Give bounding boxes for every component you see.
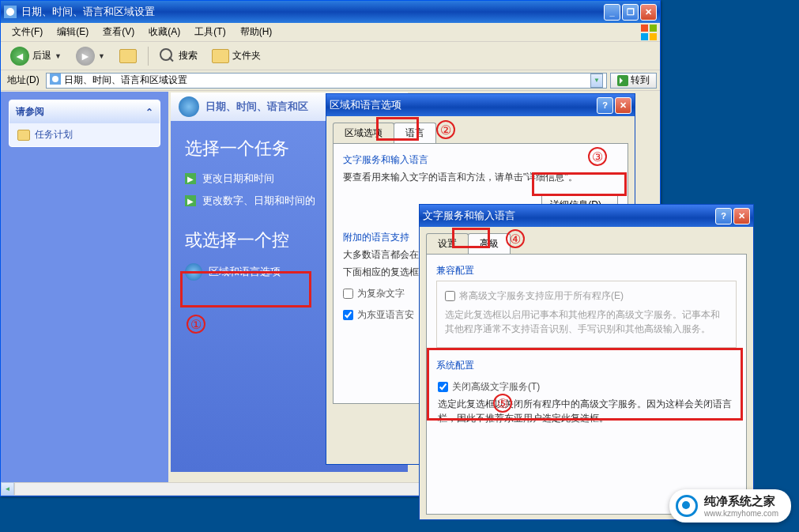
- clipboard-icon: [17, 130, 30, 141]
- dlg2-close-button[interactable]: ✕: [733, 208, 750, 224]
- svg-point-7: [52, 76, 58, 82]
- dlg2-cb-compat[interactable]: 将高级文字服务支持应用于所有程序(E): [445, 289, 728, 303]
- search-label: 搜索: [179, 49, 198, 62]
- annotation-num-4: ④: [506, 229, 525, 248]
- svg-rect-4: [641, 33, 648, 40]
- maximize-button[interactable]: ❐: [622, 4, 639, 21]
- close-button[interactable]: ✕: [640, 4, 657, 21]
- menu-help[interactable]: 帮助(H): [234, 23, 279, 41]
- collapse-icon[interactable]: ⌃: [145, 107, 153, 118]
- forward-arrow-icon: ►: [76, 47, 95, 66]
- address-field[interactable]: 日期、时间、语言和区域设置 ▼: [46, 73, 607, 89]
- menu-edit[interactable]: 编辑(E): [51, 23, 95, 41]
- up-button[interactable]: [115, 46, 141, 66]
- checkbox[interactable]: [343, 310, 353, 320]
- sidebar-box-see-also: 请参阅 ⌃ 任务计划: [9, 100, 160, 147]
- menu-file[interactable]: 文件(F): [6, 23, 49, 41]
- dlg1-section1-text: 要查看用来输入文字的语言和方法，请单击"详细信息"。: [343, 170, 618, 184]
- annotation-num-5: ⑤: [493, 394, 512, 413]
- dlg1-help-button[interactable]: ?: [597, 97, 613, 114]
- minimize-button[interactable]: _: [604, 4, 620, 21]
- search-button[interactable]: 搜索: [155, 45, 202, 67]
- globe-icon: [179, 96, 199, 117]
- folders-button[interactable]: 文件夹: [207, 46, 266, 66]
- menu-view[interactable]: 查看(V): [96, 23, 141, 41]
- dlg2-titlebar: 文字服务和输入语言 ? ✕: [420, 205, 753, 227]
- dlg2-body: 兼容配置 将高级文字服务支持应用于所有程序(E) 选定此复选框以启用记事本和其他…: [426, 254, 747, 515]
- dlg2-title: 文字服务和输入语言: [423, 209, 715, 223]
- dlg2-tab-advanced[interactable]: 高級: [468, 233, 511, 254]
- address-dropdown-button[interactable]: ▼: [590, 74, 603, 88]
- arrow-icon: ▶: [185, 173, 196, 184]
- dlg1-titlebar: 区域和语言选项 ? ✕: [326, 94, 635, 116]
- dlg1-title: 区域和语言选项: [330, 98, 597, 112]
- back-button[interactable]: ◄ 后退 ▼: [6, 43, 66, 69]
- dlg2-section2-title: 系统配置: [436, 359, 737, 372]
- cb-label: 为东亚语言安: [357, 308, 414, 322]
- cb-label: 为复杂文字: [357, 287, 405, 300]
- address-label: 地址(D): [4, 74, 43, 87]
- back-label: 后退: [32, 49, 51, 62]
- checkbox[interactable]: [445, 291, 455, 301]
- dlg2-turnoff-text: 选定此复选框以关闭所有程序中的高级文字服务。因为这样会关闭语言栏，因此不推荐东亚…: [438, 397, 735, 425]
- dlg2-tab-settings[interactable]: 设置: [426, 233, 469, 254]
- dlg2-compat-text: 选定此复选框以启用记事本和其他程序的高级文字服务。记事本和其他程序通常不支持语音…: [445, 308, 728, 336]
- dlg1-close-button[interactable]: ✕: [615, 97, 631, 114]
- arrow-icon: ▶: [185, 195, 196, 206]
- cpl-label: 区域和语言选项: [209, 265, 281, 279]
- chevron-down-icon: ▼: [55, 52, 62, 60]
- task-link-label: 更改数字、日期和时间的: [202, 194, 315, 208]
- dlg2-section1-title: 兼容配置: [436, 264, 737, 277]
- annotation-num-3: ③: [588, 147, 607, 166]
- cb-label: 关闭高级文字服务(T): [452, 380, 540, 394]
- windows-flag-icon: [641, 25, 657, 40]
- folders-label: 文件夹: [232, 49, 261, 62]
- dlg1-tab-language[interactable]: 语言: [394, 123, 436, 143]
- annotation-num-1: ①: [187, 315, 205, 334]
- menu-tools[interactable]: 工具(T): [188, 23, 232, 41]
- address-icon: [50, 74, 61, 87]
- watermark: 纯净系统之家 www.kzmyhome.com: [669, 489, 791, 523]
- category-header-text: 日期、时间、语言和区: [205, 100, 308, 114]
- svg-rect-3: [650, 25, 657, 32]
- watermark-title: 纯净系统之家: [704, 494, 778, 509]
- watermark-logo-icon: [676, 495, 698, 517]
- sidebar: 请参阅 ⌃ 任务计划: [1, 92, 168, 496]
- dlg2-cb-turnoff[interactable]: 关闭高级文字服务(T): [438, 380, 735, 394]
- sidebar-item-tasks[interactable]: 任务计划: [9, 123, 160, 146]
- annotation-num-2: ②: [436, 120, 455, 139]
- cb-label: 将高级文字服务支持应用于所有程序(E): [459, 289, 624, 303]
- scroll-left-button[interactable]: ◄: [1, 482, 14, 496]
- dlg1-tab-regional[interactable]: 区域选项: [333, 123, 394, 143]
- sidebar-title: 请参阅: [16, 105, 44, 119]
- explorer-title: 日期、时间、语言和区域设置: [21, 5, 604, 19]
- go-arrow-icon: [617, 75, 628, 86]
- dlg1-tabs: 区域选项 语言: [326, 116, 635, 143]
- menu-fav[interactable]: 收藏(A): [142, 23, 187, 41]
- checkbox[interactable]: [438, 382, 448, 392]
- folder-up-icon: [119, 49, 137, 63]
- dlg1-section1-title: 文字服务和输入语言: [343, 153, 618, 167]
- chevron-down-icon: ▼: [98, 52, 105, 60]
- forward-button[interactable]: ► ▼: [71, 43, 110, 69]
- menu-bar: 文件(F) 编辑(E) 查看(V) 收藏(A) 工具(T) 帮助(H): [1, 23, 660, 42]
- search-icon: [160, 48, 175, 64]
- back-arrow-icon: ◄: [10, 47, 29, 66]
- checkbox[interactable]: [343, 289, 353, 299]
- toolbar-separator: [148, 47, 149, 66]
- go-button[interactable]: 转到: [610, 73, 657, 89]
- task-link-label: 更改日期和时间: [202, 172, 274, 186]
- globe-icon: [185, 263, 202, 281]
- explorer-titlebar: 日期、时间、语言和区域设置 _ ❐ ✕: [1, 1, 660, 23]
- svg-rect-2: [641, 25, 648, 32]
- dlg2-help-button[interactable]: ?: [715, 208, 732, 224]
- address-value: 日期、时间、语言和区域设置: [64, 74, 587, 87]
- watermark-url: www.kzmyhome.com: [704, 509, 778, 518]
- svg-point-1: [6, 8, 14, 16]
- toolbar: ◄ 后退 ▼ ► ▼ 搜索 文件夹: [1, 42, 660, 70]
- dlg2-tabs: 设置 高級: [420, 227, 753, 254]
- folder-icon: [212, 49, 229, 63]
- address-bar: 地址(D) 日期、时间、语言和区域设置 ▼ 转到: [1, 70, 660, 91]
- sidebar-item-label: 任务计划: [35, 128, 73, 141]
- go-label: 转到: [631, 74, 650, 87]
